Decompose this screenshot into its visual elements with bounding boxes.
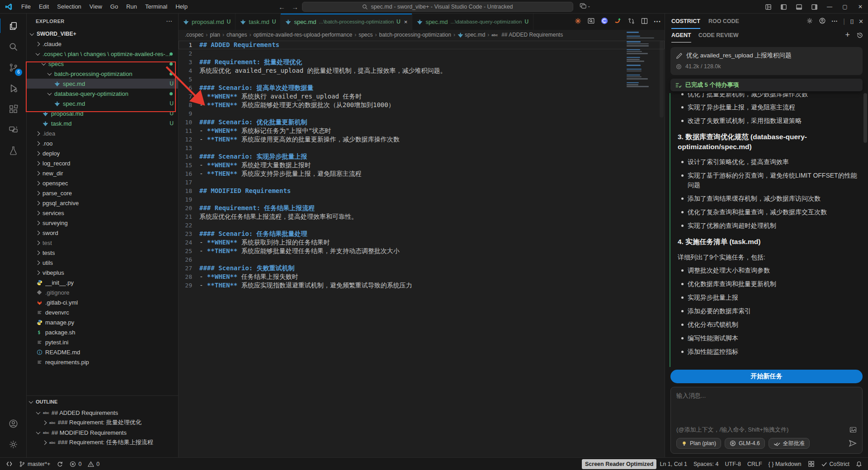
tree-row[interactable]: surveying [27, 218, 178, 228]
breadcrumb-item[interactable]: abc## ADDED Requirements [491, 32, 563, 38]
command-center-search[interactable]: spec.md - sword_vibe+ - Visual Studio Co… [302, 2, 573, 12]
close-icon[interactable]: ✕ [853, 0, 868, 14]
status-utf-8[interactable]: UTF-8 [722, 459, 744, 469]
tree-row[interactable]: tests [27, 248, 178, 258]
activity-search-icon[interactable] [2, 36, 24, 57]
close-icon[interactable]: ✕ [859, 18, 863, 25]
panel-subtab-code-review[interactable]: CODE REVIEW [698, 29, 739, 42]
tree-row[interactable]: .cospec \ plan \ changes \ optimize-avai… [27, 49, 178, 59]
maximize-icon[interactable]: ▢ [837, 0, 853, 14]
menu-go[interactable]: Go [106, 0, 122, 14]
tree-row[interactable]: SWORD_VIBE+ [27, 29, 178, 39]
tree-row[interactable]: .idea [27, 128, 178, 138]
minimize-icon[interactable]: — [822, 0, 837, 14]
status-0[interactable]: 0 [66, 459, 85, 469]
tree-row[interactable]: manage.py [27, 317, 178, 327]
menu-run[interactable]: Run [122, 0, 141, 14]
tree-row[interactable]: pgsql_archive [27, 198, 178, 208]
tree-row[interactable]: pytest.ini [27, 337, 178, 347]
nav-back-icon[interactable]: ← [278, 3, 285, 11]
todo-completed-bar[interactable]: 已完成 5 个待办事项 [670, 79, 863, 91]
breadcrumb-item[interactable]: batch-processing-optimization [379, 32, 451, 38]
tree-row[interactable]: new_dir [27, 168, 178, 178]
copilot-icon[interactable]: ⌄ [580, 2, 591, 9]
tree-row[interactable]: specs [27, 59, 178, 69]
chip--[interactable]: 全部批准 [769, 438, 810, 449]
breadcrumb-item[interactable]: optimize-availed-res-upload-performance [253, 32, 352, 38]
tree-row[interactable]: vibeplus [27, 268, 178, 277]
activity-source-control-icon[interactable]: 6 [2, 57, 24, 78]
status-spaces-4[interactable]: Spaces: 4 [690, 459, 722, 469]
more-actions-icon[interactable]: ··· [831, 18, 838, 25]
status-screen-reader-optimized[interactable]: Screen Reader Optimized [582, 459, 656, 469]
status-0[interactable]: 0 [85, 459, 103, 469]
task-card[interactable]: 优化 availed_res_upload 上报堆积问题 41.2k / 128… [670, 47, 863, 75]
activity-explorer-icon[interactable] [2, 15, 24, 36]
send-icon[interactable] [849, 439, 857, 447]
activity-run-debug-icon[interactable] [2, 78, 24, 99]
status--markdown[interactable]: { } Markdown [765, 459, 805, 469]
breadcrumb-item[interactable]: changes [226, 32, 247, 38]
chip-glm-4-6[interactable]: GLM-4.6 [725, 438, 765, 449]
tree-row[interactable]: __init__.py [27, 277, 178, 287]
open-preview-icon[interactable] [587, 17, 595, 27]
tree-row[interactable]: batch-processing-optimization [27, 69, 178, 79]
sidebar-right-icon[interactable] [807, 0, 822, 14]
compare-changes-icon[interactable] [627, 17, 635, 27]
tree-row[interactable]: test [27, 238, 178, 248]
menu-help[interactable]: Help [171, 0, 192, 14]
menu-view[interactable]: View [85, 0, 106, 14]
outline-item[interactable]: abc### Requirement: 批量处理优化 [27, 418, 178, 428]
attach-image-icon[interactable] [849, 426, 857, 433]
minimap[interactable] [627, 32, 658, 88]
panel-tab-roo-code[interactable]: ROO CODE [708, 14, 739, 29]
outline-item[interactable]: abc## ADDED Requirements [27, 408, 178, 418]
explorer-more-actions-icon[interactable]: ··· [166, 19, 173, 24]
tree-row[interactable]: parse_core [27, 188, 178, 198]
starburst-icon[interactable] [574, 17, 582, 27]
more-actions-icon[interactable]: ··· [654, 18, 661, 26]
status-sync-icon[interactable] [53, 459, 66, 469]
tree-row[interactable]: openspec [27, 178, 178, 188]
tree-row[interactable]: .gitlab-ci.yml [27, 297, 178, 307]
tree-row[interactable]: $package.sh [27, 327, 178, 337]
editor-tab[interactable]: spec.md...\database-query-optimizationU [412, 14, 533, 30]
nav-forward-icon[interactable]: → [292, 3, 298, 11]
status-bell-icon[interactable] [853, 459, 865, 469]
editor-tab[interactable]: proposal.mdU [179, 14, 236, 30]
tree-row[interactable]: log_record [27, 158, 178, 168]
activity-extensions-icon[interactable] [2, 99, 24, 119]
chat-message-area[interactable]: 优化了批量更新机制，减少数据库操作次数实现了异步批量上报，避免阻塞主流程改进了失… [665, 93, 868, 367]
account-small-icon[interactable] [819, 17, 826, 26]
activity-test-flask-icon[interactable] [2, 140, 24, 161]
history-icon[interactable] [856, 32, 863, 40]
breadcrumb-item[interactable]: specs [359, 32, 373, 38]
editor-content[interactable]: 1## ADDED Requirements23### Requirement:… [179, 40, 665, 290]
tree-row[interactable]: task.mdU [27, 118, 178, 128]
tree-row[interactable]: README.md [27, 347, 178, 357]
chip-plan-plan-[interactable]: Plan (plan) [676, 438, 721, 449]
breadcrumb-item[interactable]: plan [210, 32, 220, 38]
tree-row[interactable]: spec.mdU [27, 99, 178, 108]
status-crlf[interactable]: CRLF [744, 459, 765, 469]
split-editor-icon[interactable] [641, 17, 648, 27]
menu-file[interactable]: File [17, 0, 35, 14]
panel-bottom-icon[interactable] [791, 0, 807, 14]
tree-row[interactable]: .gitignore [27, 287, 178, 297]
editor-tab[interactable]: task.mdU [236, 14, 281, 30]
panel-tab-costrict[interactable]: COSTRICT [671, 14, 700, 29]
panel-subtab-agent[interactable]: AGENT [671, 29, 691, 42]
editor-tab[interactable]: spec.md...\batch-processing-optimization… [281, 14, 412, 30]
close-icon[interactable]: × [404, 19, 408, 25]
tree-row[interactable]: .roo [27, 138, 178, 148]
tree-row[interactable]: .claude [27, 39, 178, 49]
gear-small-icon[interactable] [806, 17, 813, 26]
outline-item[interactable]: abc## MODIFIED Requirements [27, 428, 178, 437]
costrict-logo-icon[interactable] [600, 17, 609, 27]
activity-chat-icon[interactable] [2, 119, 24, 140]
chat-input-box[interactable]: 输入消息... (@添加上下文，/输入命令, Shift+拖拽文件) Plan … [670, 387, 863, 454]
panel-scrollbar[interactable] [863, 93, 867, 143]
roo-logo-icon[interactable] [614, 17, 622, 27]
editor-scrollbar[interactable] [660, 41, 664, 118]
new-task-button[interactable]: 开始新任务 [670, 370, 863, 383]
